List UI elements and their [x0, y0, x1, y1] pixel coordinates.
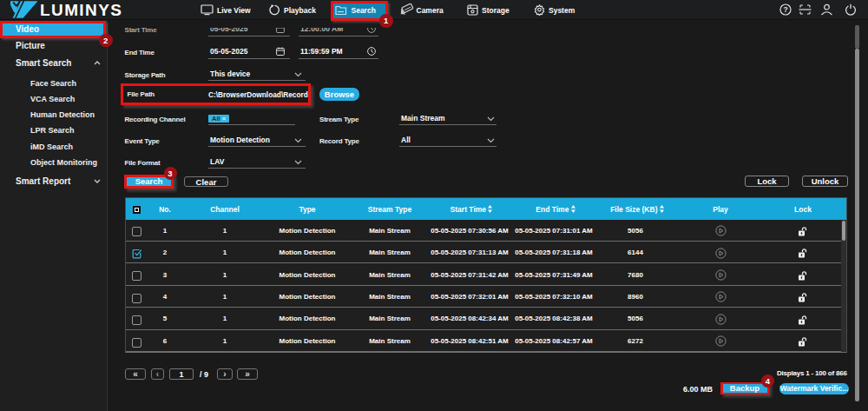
svg-text:?: ? — [783, 5, 787, 14]
